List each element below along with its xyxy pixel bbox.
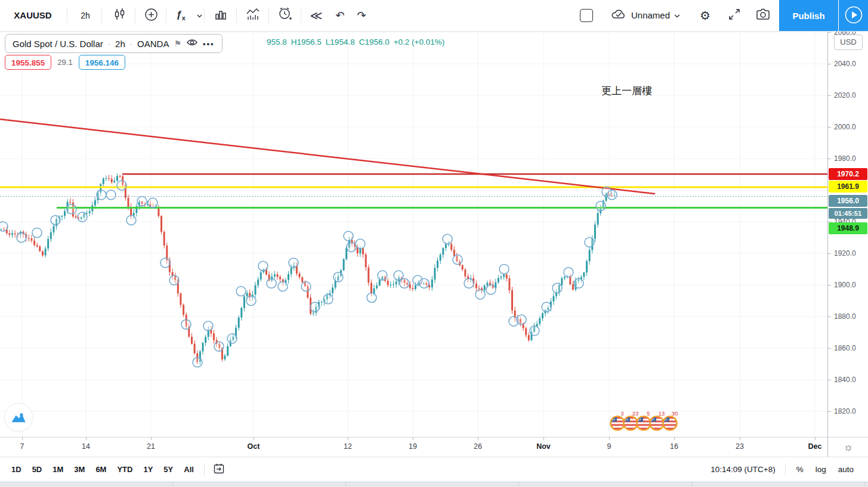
scale-percent[interactable]: % xyxy=(792,463,808,476)
swing-marker[interactable] xyxy=(160,258,170,268)
range-1y[interactable]: 1Y xyxy=(139,462,157,477)
redo-button[interactable]: ↷ xyxy=(351,0,372,30)
swing-marker[interactable] xyxy=(564,268,573,277)
swing-marker[interactable] xyxy=(453,255,462,265)
swing-marker[interactable] xyxy=(530,326,539,336)
clock-timezone-button[interactable]: 10:14:09 (UTC+8) xyxy=(707,464,779,474)
swing-marker[interactable] xyxy=(486,285,496,294)
swing-marker[interactable] xyxy=(347,242,356,252)
swing-marker[interactable] xyxy=(499,265,509,274)
layout-select-button[interactable] xyxy=(573,0,600,30)
swing-marker[interactable] xyxy=(356,239,365,249)
swing-marker[interactable] xyxy=(394,271,403,280)
swing-marker[interactable] xyxy=(367,293,376,302)
interval-button[interactable]: 2h xyxy=(70,0,100,30)
swing-marker[interactable] xyxy=(67,204,76,214)
swing-marker[interactable] xyxy=(419,278,429,288)
swing-marker[interactable] xyxy=(443,234,452,244)
swing-marker[interactable] xyxy=(301,282,311,291)
snapshot-button[interactable] xyxy=(749,0,777,30)
swing-marker[interactable] xyxy=(267,278,276,288)
swing-marker[interactable] xyxy=(51,215,60,225)
swing-marker[interactable] xyxy=(400,278,409,288)
text-annotation[interactable]: 更上一層樓 xyxy=(601,84,652,98)
swing-marker[interactable] xyxy=(258,261,268,271)
swing-marker[interactable] xyxy=(333,272,343,282)
range-1m[interactable]: 1M xyxy=(48,462,67,477)
economic-event-icon[interactable] xyxy=(650,417,664,430)
swing-marker[interactable] xyxy=(181,320,191,329)
economic-event-icon[interactable] xyxy=(637,417,651,430)
chart-style-button[interactable] xyxy=(105,0,134,30)
economic-event-icon[interactable] xyxy=(624,417,638,430)
range-6m[interactable]: 6M xyxy=(91,462,110,477)
swing-marker[interactable] xyxy=(169,275,179,285)
undo-button[interactable]: ↶ xyxy=(329,0,351,30)
swing-marker[interactable] xyxy=(137,197,147,206)
swing-marker[interactable] xyxy=(193,358,202,367)
time-axis[interactable]: 71421Oct121926Nov91623Dec xyxy=(0,437,827,457)
economic-event-icon[interactable] xyxy=(663,417,677,430)
indicators-dropdown-button[interactable] xyxy=(193,0,205,30)
swing-marker[interactable] xyxy=(117,181,126,190)
swing-marker[interactable] xyxy=(246,296,256,306)
swing-marker[interactable] xyxy=(517,315,526,324)
swing-marker[interactable] xyxy=(148,198,157,207)
swing-marker[interactable] xyxy=(585,237,594,247)
swing-marker[interactable] xyxy=(106,190,116,200)
indicators-button[interactable]: ƒx xyxy=(168,0,193,30)
go-to-date-button[interactable] xyxy=(211,461,227,477)
swing-marker[interactable] xyxy=(344,231,353,241)
economic-event-icon[interactable] xyxy=(611,417,625,430)
range-3m[interactable]: 3M xyxy=(70,462,89,477)
swing-marker[interactable] xyxy=(310,302,320,312)
candlestick-chart[interactable]: 32351330 xyxy=(0,31,827,437)
swing-marker[interactable] xyxy=(574,278,583,288)
swing-marker[interactable] xyxy=(214,342,224,351)
range-5d[interactable]: 5D xyxy=(28,462,47,477)
range-all[interactable]: All xyxy=(180,462,198,477)
swing-marker[interactable] xyxy=(278,282,288,291)
scale-auto[interactable]: auto xyxy=(833,463,858,476)
swing-marker[interactable] xyxy=(126,215,136,225)
fullscreen-button[interactable] xyxy=(721,0,748,30)
scale-log[interactable]: log xyxy=(811,463,831,476)
publish-button[interactable]: Publish xyxy=(779,0,838,31)
swing-marker[interactable] xyxy=(227,334,237,343)
price-axis[interactable]: 2060.02040.02020.02000.01980.01960.01940… xyxy=(827,31,868,437)
symbol-info-pill[interactable]: Gold Spot / U.S. Dollar · 2h · OANDA ⚑ •… xyxy=(5,34,223,53)
chart-settings-button[interactable]: ⚙ xyxy=(692,0,718,30)
tradingview-logo[interactable] xyxy=(4,403,33,432)
symbol-search-button[interactable]: XAUUSD xyxy=(0,0,66,30)
sun-icon[interactable]: ☼ xyxy=(844,441,854,454)
eye-icon[interactable] xyxy=(186,38,198,49)
swing-marker[interactable] xyxy=(32,228,42,238)
swing-marker[interactable] xyxy=(17,233,26,243)
indicator-templates-button[interactable] xyxy=(206,0,235,30)
swing-marker[interactable] xyxy=(97,190,106,200)
save-layout-button[interactable]: Unnamed xyxy=(600,0,691,30)
descending-trendline[interactable] xyxy=(0,119,654,194)
swing-marker[interactable] xyxy=(203,321,213,331)
swing-marker[interactable] xyxy=(552,283,562,293)
range-5y[interactable]: 5Y xyxy=(159,462,177,477)
forecast-tools-button[interactable] xyxy=(239,0,267,30)
range-ytd[interactable]: YTD xyxy=(113,462,137,477)
swing-marker[interactable] xyxy=(78,212,87,222)
sell-bid-button[interactable]: 1955.855 xyxy=(5,55,51,70)
swing-marker[interactable] xyxy=(289,258,298,268)
range-1d[interactable]: 1D xyxy=(7,462,26,477)
bar-replay-button[interactable]: ≪ xyxy=(303,0,329,30)
swing-marker[interactable] xyxy=(542,302,551,312)
swing-marker[interactable] xyxy=(236,287,246,296)
more-menu-icon[interactable]: ••• xyxy=(203,39,215,48)
create-alert-button[interactable] xyxy=(271,0,299,30)
swing-marker[interactable] xyxy=(323,294,333,304)
swing-marker[interactable] xyxy=(607,190,617,200)
swing-marker[interactable] xyxy=(0,222,8,231)
swing-marker[interactable] xyxy=(464,278,474,288)
swing-marker[interactable] xyxy=(475,290,485,299)
compare-add-symbol-button[interactable] xyxy=(137,0,165,30)
swing-marker[interactable] xyxy=(378,271,387,280)
publish-idea-play-button[interactable] xyxy=(839,0,868,31)
